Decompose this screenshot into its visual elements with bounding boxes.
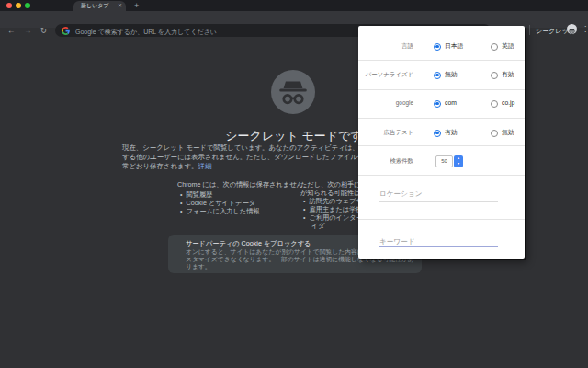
incognito-logo (271, 70, 315, 114)
popup-divider (358, 60, 525, 61)
traffic-light-zoom-icon[interactable] (25, 3, 30, 8)
setting-label: 広告テスト (364, 126, 413, 139)
popup-divider (358, 175, 525, 176)
tab-title: 新しいタブ (81, 1, 109, 11)
radio-google-cojp[interactable] (491, 100, 498, 108)
radio-adtest-on[interactable] (434, 130, 441, 137)
stepper-down-icon[interactable]: ▼ (454, 161, 463, 167)
location-input[interactable] (379, 201, 498, 202)
result-count-stepper[interactable]: ▲ ▼ (454, 155, 463, 167)
setting-row-result-count: 検索件数 50 ▲ ▼ (358, 155, 525, 167)
radio-google-com[interactable] (434, 100, 441, 108)
popup-divider (358, 145, 525, 146)
incognito-icon (567, 27, 577, 37)
not-saved-item: フォームに入力した情報 (180, 207, 260, 215)
setting-label: google (364, 97, 413, 109)
cookie-card-body-3: ります。 (186, 262, 211, 271)
traffic-light-close-icon[interactable] (6, 3, 12, 8)
radio-language-japanese[interactable] (434, 43, 441, 51)
reload-icon[interactable]: ↻ (40, 26, 47, 35)
radio-personalized-off[interactable] (434, 72, 441, 79)
extension-popup: 言語 日本語 英語 パーソナライズド 無効 有効 google com co.j… (358, 26, 525, 259)
setting-row-personalized: パーソナライズド 無効 有効 (358, 68, 525, 81)
radio-adtest-off[interactable] (491, 130, 498, 137)
popup-divider (358, 89, 525, 90)
traffic-light-minimize-icon[interactable] (16, 3, 21, 8)
back-icon[interactable]: ← (7, 26, 16, 35)
radio-label[interactable]: co.jp (502, 97, 514, 109)
result-count-input[interactable]: 50 (435, 155, 453, 167)
setting-row-google-domain: google com co.jp (358, 97, 525, 109)
toolbar-divider (529, 25, 530, 35)
radio-label[interactable]: 有効 (502, 68, 514, 81)
incognito-hat-glasses-icon (271, 70, 315, 114)
setting-label: パーソナライズド (364, 68, 413, 81)
menu-dots-icon[interactable]: ⋮ (582, 25, 588, 33)
google-g-icon (62, 27, 70, 35)
not-saved-item: Cookie とサイトデータ (180, 199, 255, 207)
radio-label[interactable]: com (445, 97, 457, 109)
radio-label[interactable]: 英語 (502, 40, 514, 52)
radio-label[interactable]: 無効 (445, 68, 458, 81)
setting-row-ad-test: 広告テスト 有効 無効 (358, 126, 525, 139)
popup-divider (358, 219, 525, 220)
incognito-avatar[interactable] (567, 24, 577, 34)
visible-to-item: 雇用主または学校 (303, 205, 363, 213)
forward-icon[interactable]: → (24, 26, 32, 35)
new-tab-button[interactable]: + (134, 1, 139, 11)
tab-close-icon[interactable]: ✕ (118, 1, 122, 11)
setting-label: 言語 (364, 40, 413, 52)
radio-label[interactable]: 有効 (445, 126, 458, 139)
radio-personalized-on[interactable] (491, 72, 498, 79)
not-saved-heading: Chrome には、次の情報は保存されません。 (177, 180, 310, 189)
setting-row-language: 言語 日本語 英語 (358, 40, 525, 52)
not-saved-item: 閲覧履歴 (180, 190, 212, 199)
location-input-placeholder: ロケーション (379, 190, 422, 199)
setting-label: 検索件数 (364, 155, 413, 167)
visible-to-item-wrap: イダ (311, 222, 325, 230)
tab-bar: 新しいタブ ✕ + (0, 0, 588, 11)
radio-label[interactable]: 無効 (502, 126, 514, 139)
radio-language-english[interactable] (491, 43, 498, 51)
popup-divider (358, 118, 525, 119)
radio-label[interactable]: 日本語 (445, 40, 463, 52)
address-placeholder: Google で検索するか、URL を入力してください (75, 28, 217, 37)
tab-new-tab[interactable]: 新しいタブ ✕ (74, 1, 126, 11)
learn-more-link[interactable]: 詳細 (198, 162, 212, 170)
keyword-input[interactable] (379, 246, 498, 247)
